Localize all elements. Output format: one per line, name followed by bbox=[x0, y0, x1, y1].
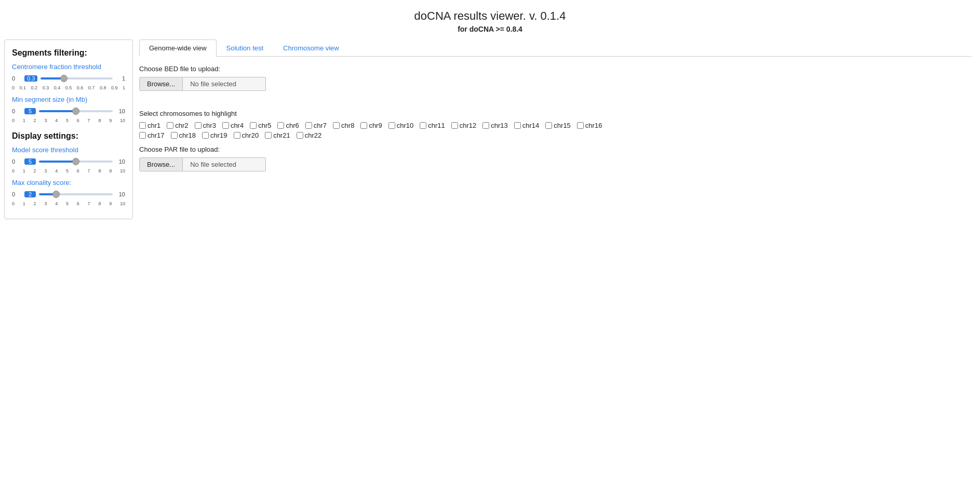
minseg-label: Min segment size (in Mb) bbox=[12, 96, 125, 103]
chr-item-chr15[interactable]: chr15 bbox=[545, 122, 571, 129]
tab-chromosome-view[interactable]: Chromosome view bbox=[273, 39, 349, 56]
model-label: Model score threshold bbox=[12, 146, 125, 154]
model-max: 10 bbox=[116, 158, 125, 165]
chr16-checkbox[interactable] bbox=[577, 122, 584, 129]
centromere-max: 1 bbox=[116, 75, 125, 82]
chr4-checkbox[interactable] bbox=[222, 122, 229, 129]
clonality-slider[interactable] bbox=[39, 193, 113, 195]
chr1-checkbox[interactable] bbox=[139, 122, 146, 129]
chr-item-chr19[interactable]: chr19 bbox=[202, 131, 227, 139]
chr-item-chr16[interactable]: chr16 bbox=[577, 122, 602, 129]
chr-item-chr10[interactable]: chr10 bbox=[388, 122, 414, 129]
centromere-slider[interactable] bbox=[41, 77, 113, 79]
chr3-checkbox[interactable] bbox=[195, 122, 202, 129]
chr14-checkbox[interactable] bbox=[514, 122, 521, 129]
chromosomes-label: Select chromosomes to highlight bbox=[139, 110, 972, 117]
clonality-max: 10 bbox=[116, 191, 125, 197]
chr-item-chr4[interactable]: chr4 bbox=[222, 122, 244, 129]
chr-item-chr8[interactable]: chr8 bbox=[333, 122, 354, 129]
chr-item-chr6[interactable]: chr6 bbox=[277, 122, 299, 129]
chr2-checkbox[interactable] bbox=[167, 122, 173, 129]
minseg-val-badge: 5 bbox=[24, 108, 36, 114]
chr-item-chr21[interactable]: chr21 bbox=[265, 131, 290, 139]
bed-browse-button[interactable]: Browse... bbox=[139, 77, 183, 91]
chr13-checkbox[interactable] bbox=[482, 122, 489, 129]
model-slider[interactable] bbox=[39, 161, 113, 163]
tabs-bar: Genome-wide view Solution test Chromosom… bbox=[139, 39, 972, 57]
chr-item-chr12[interactable]: chr12 bbox=[451, 122, 477, 129]
chr5-checkbox[interactable] bbox=[250, 122, 257, 129]
chr12-checkbox[interactable] bbox=[451, 122, 458, 129]
clonality-val-badge: 2 bbox=[24, 191, 36, 197]
centromere-val-badge: 0.3 bbox=[24, 75, 37, 82]
clonality-min: 0 bbox=[12, 191, 21, 197]
content-area: Genome-wide view Solution test Chromosom… bbox=[133, 39, 980, 177]
chr-item-chr11[interactable]: chr11 bbox=[420, 122, 445, 129]
chromosomes-section: Select chromosomes to highlight chr1 chr… bbox=[139, 110, 972, 139]
chr9-checkbox[interactable] bbox=[360, 122, 367, 129]
chr-item-chr20[interactable]: chr20 bbox=[234, 131, 259, 139]
chr-item-chr7[interactable]: chr7 bbox=[305, 122, 327, 129]
chr11-checkbox[interactable] bbox=[420, 122, 426, 129]
chr-item-chr1[interactable]: chr1 bbox=[139, 122, 160, 129]
clonality-label: Max clonality score: bbox=[12, 179, 125, 187]
bed-section-label: Choose BED file to upload: bbox=[139, 65, 972, 73]
model-val-badge: 5 bbox=[24, 158, 36, 165]
display-settings-title: Display settings: bbox=[12, 131, 125, 141]
app-title: doCNA results viewer. v. 0.1.4 bbox=[0, 0, 980, 25]
minseg-min: 0 bbox=[12, 108, 21, 114]
chr-item-chr18[interactable]: chr18 bbox=[171, 131, 196, 139]
chr20-checkbox[interactable] bbox=[234, 132, 240, 139]
segments-filtering-title: Segments filtering: bbox=[12, 48, 125, 58]
chr-item-chr14[interactable]: chr14 bbox=[514, 122, 540, 129]
centromere-min: 0 bbox=[12, 75, 21, 82]
chr-item-chr2[interactable]: chr2 bbox=[167, 122, 188, 129]
app-subtitle: for doCNA >= 0.8.4 bbox=[0, 25, 980, 33]
chr-item-chr17[interactable]: chr17 bbox=[139, 131, 165, 139]
par-browse-button[interactable]: Browse... bbox=[139, 157, 183, 171]
par-section: Choose PAR file to upload: Browse... No … bbox=[139, 145, 972, 171]
chr8-checkbox[interactable] bbox=[333, 122, 340, 129]
chr-item-chr3[interactable]: chr3 bbox=[195, 122, 216, 129]
chr7-checkbox[interactable] bbox=[305, 122, 312, 129]
chr10-checkbox[interactable] bbox=[388, 122, 395, 129]
chromosomes-grid: chr1 chr2 chr3 chr4 chr5 chr6 chr7 chr8 … bbox=[139, 122, 972, 139]
model-min: 0 bbox=[12, 158, 21, 165]
tab-genome-wide[interactable]: Genome-wide view bbox=[139, 39, 217, 57]
centromere-label: Centromere fraction threshold bbox=[12, 63, 125, 71]
chr15-checkbox[interactable] bbox=[545, 122, 552, 129]
chr18-checkbox[interactable] bbox=[171, 132, 178, 139]
chr-item-chr13[interactable]: chr13 bbox=[482, 122, 508, 129]
chr22-checkbox[interactable] bbox=[297, 132, 303, 139]
tab-solution-test[interactable]: Solution test bbox=[217, 39, 274, 56]
chr17-checkbox[interactable] bbox=[139, 132, 146, 139]
sidebar: Segments filtering: Centromere fraction … bbox=[4, 39, 133, 219]
chr19-checkbox[interactable] bbox=[202, 132, 209, 139]
par-section-label: Choose PAR file to upload: bbox=[139, 145, 972, 153]
minseg-max: 10 bbox=[116, 108, 125, 114]
chr-item-chr5[interactable]: chr5 bbox=[250, 122, 271, 129]
chr-item-chr9[interactable]: chr9 bbox=[360, 122, 382, 129]
chr6-checkbox[interactable] bbox=[277, 122, 284, 129]
chr21-checkbox[interactable] bbox=[265, 132, 272, 139]
par-filename: No file selected bbox=[183, 157, 266, 171]
bed-filename: No file selected bbox=[183, 77, 266, 91]
minseg-slider[interactable] bbox=[39, 110, 113, 112]
chr-item-chr22[interactable]: chr22 bbox=[297, 131, 322, 139]
